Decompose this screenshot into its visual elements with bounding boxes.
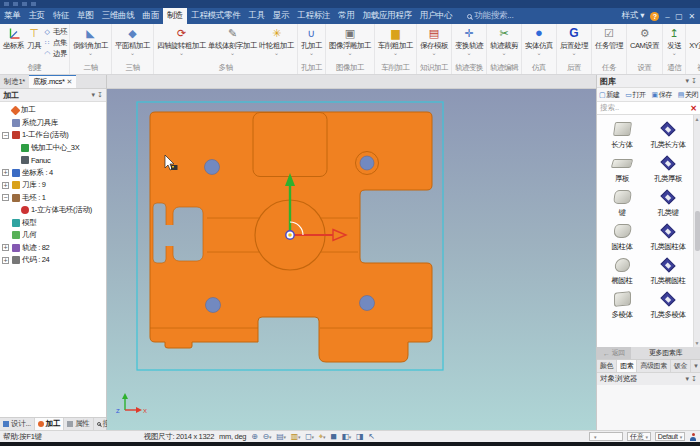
impeller-roughing-button[interactable]: ✳ 叶轮粗加工 ⌄ [258, 25, 295, 56]
snap-target-icon[interactable]: ⌖▾ [319, 432, 325, 442]
save-button[interactable]: ▣保存 [652, 90, 672, 100]
more-library-button[interactable]: 更多图素库 [631, 347, 700, 359]
tab-design-tree[interactable]: 设计... [0, 418, 35, 430]
shaded-box-icon[interactable]: ◼ [330, 432, 336, 441]
tab-colors[interactable]: 颜色 [597, 360, 617, 372]
zoom-in-icon[interactable]: ⊕ [251, 432, 257, 441]
library-item[interactable]: 孔类圆柱体 [645, 221, 691, 252]
new-button[interactable]: ▢新建 [599, 90, 619, 100]
chevron-down-icon[interactable]: ▾ [686, 375, 690, 383]
tab-sheetmetal[interactable]: 钣金 [671, 360, 691, 372]
chamfer-machining-button[interactable]: ◣ 倒斜角加工 ⌄ [72, 25, 109, 56]
tab-feature[interactable]: 特征 [49, 8, 73, 24]
task-manager-button[interactable]: ☑ 任务管理 [594, 25, 624, 51]
chevron-down-icon[interactable]: ⌄ [179, 51, 184, 56]
tree-item[interactable]: 系统刀具库 [2, 117, 106, 130]
filter-any-dropdown[interactable]: 任意▾ [627, 432, 651, 441]
style-default-dropdown[interactable]: Default▾ [655, 432, 685, 441]
tab-3dcurve[interactable]: 三维曲线 [98, 8, 139, 24]
library-item[interactable]: 孔类厚板 [645, 153, 691, 184]
image-relief-button[interactable]: ▣ 图像浮雕加工 ⌄ [328, 25, 372, 56]
chevron-down-icon[interactable]: ⌄ [466, 51, 471, 56]
object-browser-header[interactable]: 对象浏览器 ▾ ↧ [597, 372, 700, 385]
library-item[interactable]: 椭圆柱 [599, 255, 645, 286]
minimize-icon[interactable]: – [665, 12, 669, 21]
tree-item[interactable]: +代码 : 24 [2, 254, 106, 267]
chevron-down-icon[interactable]: ⌄ [230, 51, 235, 56]
4axis-rotary-roughing-button[interactable]: ⟳ 四轴旋转粗加工 ⌄ [156, 25, 207, 56]
pointset-mini-button[interactable]: ∷点集 [43, 37, 67, 48]
library-item[interactable]: 孔类长方体 [645, 119, 691, 150]
tab-cam-tree[interactable]: 加工 [35, 418, 64, 430]
planar-finishing-button[interactable]: ◆ 平面精加工 ⌄ [114, 25, 151, 56]
expand-icon[interactable]: + [2, 257, 9, 264]
back-button[interactable]: ←返回 [597, 347, 631, 359]
part-hole[interactable] [205, 160, 220, 175]
pin-icon[interactable]: ↧ [97, 91, 103, 99]
tab-properties[interactable]: 属性 [64, 418, 93, 430]
chevron-down-icon[interactable]: ▾ [686, 77, 690, 85]
chevron-down-icon[interactable]: ⌄ [130, 51, 135, 56]
xy-front-view-button[interactable]: XY正视图 ⌄ [688, 25, 700, 56]
tab-tools[interactable]: 工具 [244, 8, 268, 24]
tree-item[interactable]: −1-工作台(活动) [2, 129, 106, 142]
tab-menu[interactable]: 菜单 [0, 8, 24, 24]
send-button[interactable]: ↥ 发送 ⌄ [665, 25, 683, 56]
chevron-down-icon[interactable]: ▾ [92, 91, 96, 99]
library-item[interactable]: 厚板 [599, 153, 645, 184]
expand-icon[interactable]: + [2, 182, 9, 189]
part-hole[interactable] [360, 296, 375, 311]
chevron-down-icon[interactable]: ⌄ [431, 51, 436, 56]
doc-tab-manufacturing[interactable]: 制造1* [0, 75, 29, 88]
library-search-input[interactable]: 搜索.. ✕ [597, 102, 700, 115]
solid-simulation-button[interactable]: ● 实体仿真 ⌄ [524, 25, 554, 56]
library-item[interactable]: 多棱体 [599, 289, 645, 320]
tree-item[interactable]: +轨迹 : 82 [2, 242, 106, 255]
transform-toolpath-button[interactable]: ✛ 变换轨迹 ⌄ [454, 25, 484, 56]
cam-settings-button[interactable]: ⚙ CAM设置 [629, 25, 660, 51]
tab-sketch[interactable]: 草图 [73, 8, 97, 24]
scrollbar[interactable]: ▲ ▼ [693, 115, 700, 347]
close-icon[interactable]: ✕ [689, 12, 695, 21]
pin-icon[interactable]: ↧ [691, 77, 697, 85]
post-processing-button[interactable]: G 后置处理 ⌄ [559, 25, 589, 56]
tab-advanced-primitives[interactable]: 高级图素 [637, 360, 670, 372]
library-item[interactable]: 圆柱体 [599, 221, 645, 252]
expand-icon[interactable]: + [2, 244, 9, 251]
scroll-thumb[interactable] [695, 211, 700, 251]
zoom-window-icon[interactable]: ⊖▾ [263, 432, 272, 441]
user-icon[interactable] [689, 433, 697, 441]
tool-button[interactable]: ⊤ 刀具 [25, 25, 43, 51]
chevron-down-icon[interactable]: ⌄ [347, 51, 352, 56]
chevron-down-icon[interactable]: ▼ [691, 360, 700, 372]
select-arrow-icon[interactable]: ↖ [368, 432, 374, 441]
expand-icon[interactable]: + [2, 169, 9, 176]
tab-user-center[interactable]: 用户中心 [416, 8, 457, 24]
tab-load-apps[interactable]: 加载应用程序 [358, 8, 415, 24]
tree-item[interactable]: 铣加工中心_3X [2, 142, 106, 155]
part-hole[interactable] [206, 298, 221, 313]
library-item[interactable]: 长方体 [599, 119, 645, 150]
tab-common[interactable]: 常用 [334, 8, 358, 24]
tab-engineering-part[interactable]: 工程模式零件 [187, 8, 244, 24]
quick-access-icon[interactable] [13, 2, 18, 6]
chevron-down-icon[interactable]: ⌄ [309, 51, 314, 56]
tree-item[interactable]: 加工 [2, 104, 106, 117]
library-item[interactable]: 孔类多棱体 [645, 289, 691, 320]
csys-button[interactable]: 坐标系 [2, 25, 25, 51]
tab-annotation[interactable]: 工程标注 [293, 8, 334, 24]
clear-search-icon[interactable]: ✕ [690, 104, 697, 113]
pin-icon[interactable]: ↧ [691, 375, 697, 383]
style-dropdown[interactable]: 样式 ▾ [622, 10, 644, 22]
boundary-mini-button[interactable]: ◠边界 [43, 48, 67, 59]
library-item[interactable]: 孔类椭圆柱 [645, 255, 691, 286]
tree-item[interactable]: −毛坯 : 1 [2, 192, 106, 205]
hole-machining-button[interactable]: ∪ 孔加工 ⌄ [300, 25, 323, 56]
clipboard-icon[interactable]: ▤▾ [276, 432, 285, 441]
tree-item[interactable]: 模型 [2, 217, 106, 230]
tree-item[interactable]: 1-立方体毛坯(活动) [2, 204, 106, 217]
turning-roughing-button[interactable]: ▆ 车削粗加工 ⌄ [377, 25, 414, 56]
tab-home[interactable]: 主页 [24, 8, 48, 24]
tab-manufacturing[interactable]: 制造 [163, 8, 187, 24]
half-shade-icon[interactable]: ◧▾ [342, 432, 351, 441]
